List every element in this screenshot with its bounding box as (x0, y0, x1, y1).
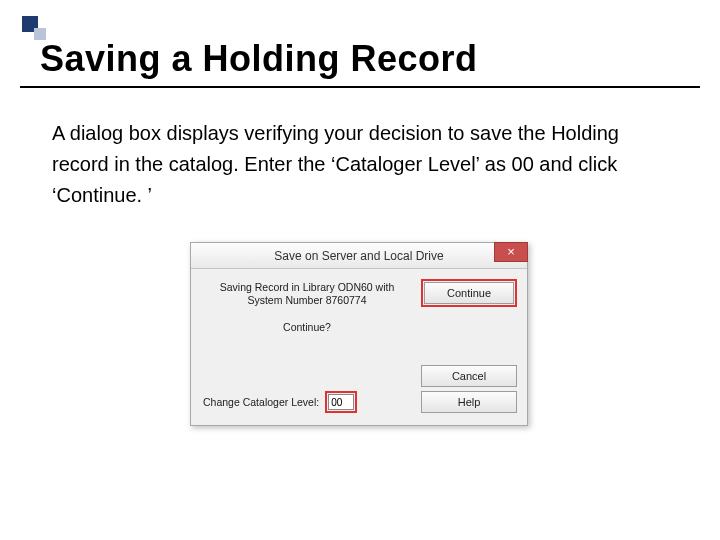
cataloger-level-row: Change Cataloger Level: (201, 391, 413, 413)
confirm-prompt: Continue? (201, 321, 413, 333)
continue-button[interactable]: Continue (424, 282, 514, 304)
dialog-screenshot: Save on Server and Local Drive × Saving … (190, 242, 528, 426)
cataloger-level-highlight (325, 391, 357, 413)
title-underline (20, 86, 700, 88)
save-message-line2: System Number 8760774 (247, 294, 366, 306)
instruction-text: A dialog box displays verifying your dec… (52, 118, 662, 211)
cancel-button[interactable]: Cancel (421, 365, 517, 387)
dialog-message-area: Saving Record in Library ODN60 with Syst… (201, 279, 413, 413)
continue-highlight: Continue (421, 279, 517, 307)
cataloger-level-input[interactable] (328, 394, 354, 410)
save-message: Saving Record in Library ODN60 with Syst… (201, 281, 413, 307)
page-title: Saving a Holding Record (40, 38, 478, 80)
close-button[interactable]: × (494, 242, 528, 262)
dialog-button-column: Continue Cancel Help (421, 279, 517, 413)
cataloger-level-label: Change Cataloger Level: (203, 396, 319, 408)
save-dialog: Save on Server and Local Drive × Saving … (190, 242, 528, 426)
save-message-line1: Saving Record in Library ODN60 with (220, 281, 395, 293)
help-button[interactable]: Help (421, 391, 517, 413)
dialog-title: Save on Server and Local Drive (191, 249, 527, 263)
dialog-body: Saving Record in Library ODN60 with Syst… (191, 269, 527, 425)
button-spacer (421, 311, 517, 361)
close-icon: × (507, 244, 515, 259)
dialog-titlebar: Save on Server and Local Drive × (191, 243, 527, 269)
